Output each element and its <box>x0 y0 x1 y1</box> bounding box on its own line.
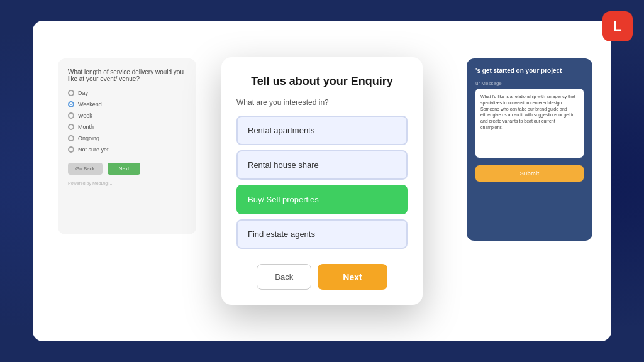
message-label: ur Message <box>475 80 584 86</box>
screen-container: What length of service delivery would yo… <box>33 21 611 341</box>
radio-label-ongoing: Ongoing <box>78 135 99 141</box>
modal-title: Tell us about your Enquiry <box>236 75 408 88</box>
logo-badge: L <box>602 11 633 41</box>
bg-right-heading: 's get started on your project <box>475 67 584 74</box>
radio-weekend: Weekend <box>68 101 186 107</box>
radio-circle-week <box>68 112 74 119</box>
option-find-estate-agents[interactable]: Find estate agents <box>236 219 408 249</box>
radio-circle-day <box>68 90 74 96</box>
next-button[interactable]: Next <box>318 264 387 290</box>
option-rental-apartments[interactable]: Rental apartments <box>236 116 408 145</box>
enquiry-modal: Tell us about your Enquiry What are you … <box>221 57 423 305</box>
radio-circle-ongoing <box>68 135 74 141</box>
radio-group: Day Weekend Week Month Ongoing Not sure … <box>68 90 186 153</box>
modal-footer: Back Next <box>236 264 408 290</box>
radio-label-day: Day <box>78 90 88 96</box>
radio-week: Week <box>68 112 186 119</box>
radio-circle-not-sure <box>68 146 74 153</box>
radio-label-weekend: Weekend <box>78 101 102 107</box>
radio-day: Day <box>68 90 186 96</box>
radio-not-sure: Not sure yet <box>68 146 186 153</box>
logo-letter: L <box>613 18 621 35</box>
bg-right-card: 's get started on your project ur Messag… <box>467 58 592 241</box>
back-button[interactable]: Back <box>257 264 311 290</box>
submit-button-bg[interactable]: Submit <box>475 165 584 182</box>
option-rental-house-share[interactable]: Rental house share <box>236 150 408 180</box>
bg-left-btn-row: Go Back Next <box>68 163 186 175</box>
radio-circle-weekend <box>68 101 74 107</box>
radio-month: Month <box>68 124 186 130</box>
powered-text: Powered by MedDigi... <box>68 181 186 185</box>
radio-label-week: Week <box>78 112 92 119</box>
message-text: What I'd like is a relationship with an … <box>480 94 575 129</box>
option-buy-sell-properties[interactable]: Buy/ Sell properties <box>236 185 408 214</box>
radio-label-month: Month <box>78 124 94 130</box>
modal-subtitle: What are you interested in? <box>236 98 408 107</box>
go-back-button[interactable]: Go Back <box>68 163 103 175</box>
bg-left-card: What length of service delivery would yo… <box>58 58 196 234</box>
radio-label-not-sure: Not sure yet <box>78 146 109 153</box>
next-bg-button[interactable]: Next <box>108 163 140 175</box>
bg-left-question: What length of service delivery would yo… <box>68 69 186 82</box>
radio-ongoing: Ongoing <box>68 135 186 141</box>
radio-circle-month <box>68 124 74 130</box>
message-box: What I'd like is a relationship with an … <box>475 89 584 158</box>
